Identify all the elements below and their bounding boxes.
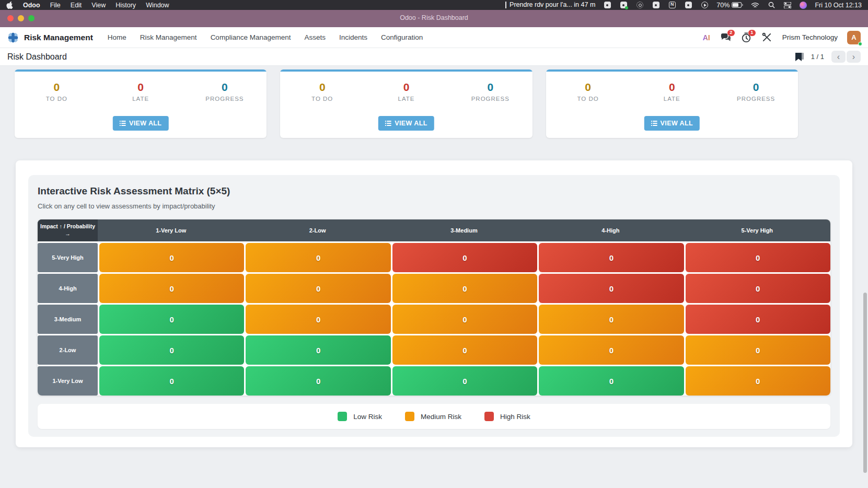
matrix-cell-5-very-high-4-high[interactable]: 0 — [539, 243, 684, 272]
now-playing-icon[interactable] — [700, 2, 709, 9]
stat-label: TO DO — [280, 96, 364, 102]
matrix-cell-4-high-1-very-low[interactable]: 0 — [99, 274, 244, 303]
legend-label: Low Risk — [353, 413, 382, 421]
matrix-cell-3-medium-2-low[interactable]: 0 — [246, 305, 390, 334]
matrix-cell-5-very-high-2-low[interactable]: 0 — [246, 243, 390, 272]
stat-to-do: 0 TO DO — [15, 81, 99, 102]
vertical-scrollbar[interactable] — [863, 293, 867, 473]
arrow-right-icon: → — [65, 230, 71, 238]
matrix-cell-1-very-low-5-very-high[interactable]: 0 — [686, 366, 830, 396]
risk-matrix-card: Interactive Risk Assessment Matrix (5×5)… — [16, 160, 852, 447]
settings-gear-icon[interactable] — [635, 2, 644, 9]
matrix-header-row: Impact ↑ / Probability → 1-Very Low2-Low… — [38, 219, 830, 241]
battery-status[interactable]: 70% — [716, 2, 743, 9]
matrix-cell-2-low-4-high[interactable]: 0 — [539, 335, 684, 365]
breadcrumb[interactable]: Risk Dashboard — [7, 52, 67, 62]
reminder-status-item[interactable]: Prendre rdv pour l'a... in 47 m — [505, 2, 595, 8]
nav-configuration[interactable]: Configuration — [381, 33, 423, 41]
view-all-button[interactable]: VIEW ALL — [378, 116, 434, 131]
shortcuts-icon[interactable] — [652, 2, 660, 9]
matrix-row-header-3-medium: 3-Medium — [38, 305, 98, 334]
risk-matrix-table: Impact ↑ / Probability → 1-Very Low2-Low… — [38, 219, 830, 396]
company-name[interactable]: Prism Technology — [782, 33, 838, 41]
matrix-cell-2-low-3-medium[interactable]: 0 — [392, 335, 537, 365]
nav-assets[interactable]: Assets — [304, 33, 326, 41]
stat-value: 0 — [280, 81, 364, 94]
matrix-cell-3-medium-1-very-low[interactable]: 0 — [99, 305, 244, 334]
matrix-body: 5-Very High000004-High000003-Medium00000… — [38, 243, 830, 396]
user-avatar[interactable]: A — [847, 31, 861, 44]
stat-to-do: 0 TO DO — [280, 81, 364, 102]
card-accent-line — [280, 69, 532, 72]
pager-next-button[interactable]: › — [847, 51, 861, 63]
ai-icon[interactable]: AI — [703, 33, 710, 42]
stat-progress: 0 PROGRESS — [448, 81, 533, 102]
summary-card-2: 0 TO DO 0 LATE 0 PROGRESS VIEW ALL — [280, 69, 532, 138]
matrix-cell-2-low-2-low[interactable]: 0 — [246, 335, 390, 365]
stat-value: 0 — [15, 81, 99, 94]
window-title-bar: Odoo - Risk Dashboard — [0, 10, 868, 27]
device-status-icon[interactable] — [619, 2, 628, 9]
legend-swatch-medium — [405, 412, 414, 421]
matrix-cell-5-very-high-3-medium[interactable]: 0 — [392, 243, 537, 272]
nav-compliance-management[interactable]: Compliance Management — [211, 33, 291, 41]
matrix-cell-2-low-1-very-low[interactable]: 0 — [99, 335, 244, 365]
matrix-cell-4-high-2-low[interactable]: 0 — [246, 274, 390, 303]
avatar-letter: A — [851, 33, 856, 41]
nav-incidents[interactable]: Incidents — [339, 33, 367, 41]
nav-home[interactable]: Home — [108, 33, 126, 41]
matrix-cell-2-low-5-very-high[interactable]: 0 — [686, 335, 830, 365]
stat-label: LATE — [364, 96, 448, 102]
spotlight-search-icon[interactable] — [767, 2, 776, 9]
menu-edit[interactable]: Edit — [71, 2, 82, 9]
messages-badge: 2 — [727, 30, 735, 36]
legend-item-low: Low Risk — [338, 412, 382, 421]
stat-value: 0 — [546, 81, 630, 94]
risk-matrix-panel: Interactive Risk Assessment Matrix (5×5)… — [28, 175, 840, 437]
menu-history[interactable]: History — [115, 2, 136, 9]
summary-card-1: 0 TO DO 0 LATE 0 PROGRESS VIEW ALL — [15, 69, 267, 138]
activities-icon[interactable]: 1 — [740, 32, 752, 43]
nav-risk-management[interactable]: Risk Management — [140, 33, 197, 41]
grid-app-icon[interactable] — [684, 2, 692, 9]
messages-icon[interactable]: 2 — [720, 32, 731, 43]
app-logo-icon[interactable] — [7, 32, 19, 43]
bookmark-icon[interactable] — [795, 52, 804, 61]
menu-bar-clock[interactable]: Fri 10 Oct 12:13 — [815, 2, 862, 9]
matrix-cell-1-very-low-4-high[interactable]: 0 — [539, 366, 684, 396]
matrix-cell-1-very-low-2-low[interactable]: 0 — [246, 366, 390, 396]
matrix-title: Interactive Risk Assessment Matrix (5×5) — [38, 185, 830, 197]
screen-mirroring-icon[interactable] — [603, 2, 611, 9]
menu-odoo[interactable]: Odoo — [23, 2, 40, 9]
matrix-column-header-3-medium: 3-Medium — [391, 219, 537, 241]
siri-icon[interactable] — [800, 2, 807, 9]
menu-view[interactable]: View — [91, 2, 106, 9]
matrix-cell-5-very-high-5-very-high[interactable]: 0 — [686, 243, 830, 272]
matrix-cell-3-medium-5-very-high[interactable]: 0 — [686, 305, 830, 334]
matrix-cell-4-high-5-very-high[interactable]: 0 — [686, 274, 830, 303]
matrix-cell-5-very-high-1-very-low[interactable]: 0 — [99, 243, 244, 272]
menu-window[interactable]: Window — [146, 2, 169, 9]
apple-menu-icon[interactable] — [6, 1, 13, 9]
stat-value: 0 — [448, 81, 533, 94]
list-icon — [385, 121, 391, 126]
pager-prev-button[interactable]: ‹ — [831, 51, 846, 63]
summary-card-3: 0 TO DO 0 LATE 0 PROGRESS VIEW ALL — [546, 69, 798, 138]
view-all-button[interactable]: VIEW ALL — [644, 116, 700, 131]
matrix-cell-4-high-3-medium[interactable]: 0 — [392, 274, 537, 303]
matrix-cell-3-medium-3-medium[interactable]: 0 — [392, 305, 537, 334]
main-content: 0 TO DO 0 LATE 0 PROGRESS VIEW ALL 0 TO … — [0, 66, 868, 488]
matrix-cell-3-medium-4-high[interactable]: 0 — [539, 305, 684, 334]
legend-label: High Risk — [500, 413, 530, 421]
matrix-cell-1-very-low-3-medium[interactable]: 0 — [392, 366, 537, 396]
matrix-cell-4-high-4-high[interactable]: 0 — [539, 274, 684, 303]
wifi-icon[interactable] — [751, 2, 759, 9]
window-title: Odoo - Risk Dashboard — [0, 14, 868, 21]
tools-icon[interactable] — [761, 32, 773, 43]
view-all-button[interactable]: VIEW ALL — [113, 116, 168, 131]
matrix-column-header-4-high: 4-High — [537, 219, 684, 241]
matrix-cell-1-very-low-1-very-low[interactable]: 0 — [99, 366, 244, 396]
notion-icon[interactable]: N — [668, 2, 676, 9]
control-center-icon[interactable] — [783, 2, 792, 9]
menu-file[interactable]: File — [50, 2, 61, 9]
